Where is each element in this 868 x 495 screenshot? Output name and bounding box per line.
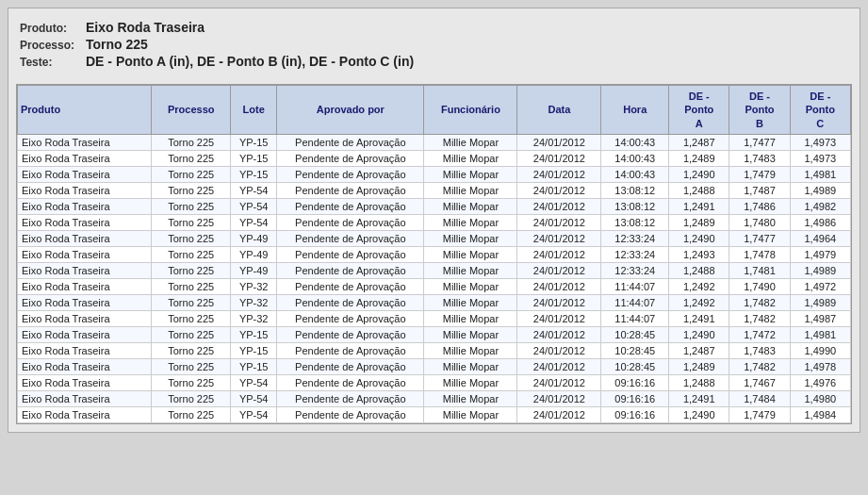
- header-row-processo: Processo: Torno 225: [20, 37, 848, 52]
- table-row: Eixo Roda TraseiraTorno 225YP-32Pendente…: [18, 310, 851, 326]
- cell-lote: YP-15: [231, 166, 277, 182]
- cell-de_b: 1,7479: [729, 166, 790, 182]
- cell-hora: 13:08:12: [601, 182, 669, 198]
- cell-de_a: 1,2493: [669, 246, 729, 262]
- th-de-a: DE -PontoA: [669, 86, 729, 135]
- produto-value: Eixo Roda Traseira: [86, 20, 205, 35]
- cell-funcionario: Millie Mopar: [424, 246, 517, 262]
- cell-produto: Eixo Roda Traseira: [18, 246, 152, 262]
- cell-aprovado: Pendente de Aprovação: [277, 374, 424, 390]
- cell-de_c: 1,4989: [790, 294, 850, 310]
- cell-aprovado: Pendente de Aprovação: [277, 150, 424, 166]
- cell-produto: Eixo Roda Traseira: [18, 214, 152, 230]
- cell-produto: Eixo Roda Traseira: [18, 230, 152, 246]
- cell-aprovado: Pendente de Aprovação: [277, 214, 424, 230]
- cell-de_a: 1,2488: [669, 182, 729, 198]
- cell-data: 24/01/2012: [517, 150, 601, 166]
- cell-aprovado: Pendente de Aprovação: [277, 310, 424, 326]
- cell-de_c: 1,4973: [790, 134, 850, 150]
- cell-hora: 14:00:43: [601, 150, 669, 166]
- cell-hora: 11:44:07: [601, 310, 669, 326]
- table-row: Eixo Roda TraseiraTorno 225YP-49Pendente…: [18, 262, 851, 278]
- cell-funcionario: Millie Mopar: [424, 358, 517, 374]
- table-wrapper: Produto Processo Lote Aprovado por Funci…: [16, 84, 852, 424]
- cell-lote: YP-54: [231, 214, 277, 230]
- teste-label: Teste:: [20, 56, 86, 69]
- page-container: Produto: Eixo Roda Traseira Processo: To…: [8, 8, 860, 433]
- cell-de_a: 1,2488: [669, 262, 729, 278]
- cell-de_c: 1,4980: [790, 390, 850, 406]
- cell-de_b: 1,7484: [729, 390, 790, 406]
- cell-funcionario: Millie Mopar: [424, 374, 517, 390]
- cell-funcionario: Millie Mopar: [424, 406, 517, 422]
- cell-de_a: 1,2489: [669, 358, 729, 374]
- cell-aprovado: Pendente de Aprovação: [277, 246, 424, 262]
- cell-de_a: 1,2489: [669, 150, 729, 166]
- cell-de_b: 1,7490: [729, 278, 790, 294]
- cell-de_b: 1,7482: [729, 294, 790, 310]
- cell-hora: 11:44:07: [601, 294, 669, 310]
- cell-aprovado: Pendente de Aprovação: [277, 278, 424, 294]
- cell-funcionario: Millie Mopar: [424, 134, 517, 150]
- cell-lote: YP-54: [231, 182, 277, 198]
- cell-aprovado: Pendente de Aprovação: [277, 134, 424, 150]
- cell-de_b: 1,7478: [729, 246, 790, 262]
- table-row: Eixo Roda TraseiraTorno 225YP-15Pendente…: [18, 166, 851, 182]
- cell-processo: Torno 225: [152, 166, 231, 182]
- cell-de_a: 1,2488: [669, 374, 729, 390]
- cell-produto: Eixo Roda Traseira: [18, 358, 152, 374]
- cell-data: 24/01/2012: [517, 214, 601, 230]
- cell-processo: Torno 225: [152, 358, 231, 374]
- cell-data: 24/01/2012: [517, 262, 601, 278]
- cell-funcionario: Millie Mopar: [424, 198, 517, 214]
- header-section: Produto: Eixo Roda Traseira Processo: To…: [16, 16, 852, 74]
- cell-aprovado: Pendente de Aprovação: [277, 182, 424, 198]
- cell-lote: YP-54: [231, 390, 277, 406]
- cell-produto: Eixo Roda Traseira: [18, 294, 152, 310]
- cell-processo: Torno 225: [152, 310, 231, 326]
- cell-de_a: 1,2492: [669, 278, 729, 294]
- cell-hora: 12:33:24: [601, 246, 669, 262]
- cell-processo: Torno 225: [152, 342, 231, 358]
- cell-produto: Eixo Roda Traseira: [18, 326, 152, 342]
- cell-de_b: 1,7482: [729, 310, 790, 326]
- cell-lote: YP-54: [231, 198, 277, 214]
- cell-de_c: 1,4979: [790, 246, 850, 262]
- cell-de_c: 1,4981: [790, 166, 850, 182]
- cell-de_a: 1,2489: [669, 214, 729, 230]
- cell-de_b: 1,7483: [729, 150, 790, 166]
- cell-data: 24/01/2012: [517, 278, 601, 294]
- th-funcionario: Funcionário: [424, 86, 517, 135]
- cell-funcionario: Millie Mopar: [424, 166, 517, 182]
- cell-processo: Torno 225: [152, 150, 231, 166]
- cell-de_c: 1,4982: [790, 198, 850, 214]
- cell-data: 24/01/2012: [517, 134, 601, 150]
- cell-aprovado: Pendente de Aprovação: [277, 390, 424, 406]
- table-body: Eixo Roda TraseiraTorno 225YP-15Pendente…: [18, 134, 851, 422]
- cell-hora: 09:16:16: [601, 374, 669, 390]
- table-row: Eixo Roda TraseiraTorno 225YP-15Pendente…: [18, 358, 851, 374]
- th-de-b: DE -PontoB: [729, 86, 790, 135]
- cell-funcionario: Millie Mopar: [424, 342, 517, 358]
- cell-de_b: 1,7486: [729, 198, 790, 214]
- cell-processo: Torno 225: [152, 278, 231, 294]
- table-row: Eixo Roda TraseiraTorno 225YP-32Pendente…: [18, 278, 851, 294]
- table-row: Eixo Roda TraseiraTorno 225YP-15Pendente…: [18, 326, 851, 342]
- cell-lote: YP-15: [231, 134, 277, 150]
- processo-label: Processo:: [20, 39, 86, 52]
- cell-hora: 10:28:45: [601, 326, 669, 342]
- cell-processo: Torno 225: [152, 390, 231, 406]
- cell-hora: 14:00:43: [601, 134, 669, 150]
- cell-data: 24/01/2012: [517, 198, 601, 214]
- cell-data: 24/01/2012: [517, 182, 601, 198]
- cell-de_c: 1,4976: [790, 374, 850, 390]
- cell-de_c: 1,4981: [790, 326, 850, 342]
- cell-data: 24/01/2012: [517, 166, 601, 182]
- cell-de_a: 1,2490: [669, 230, 729, 246]
- cell-aprovado: Pendente de Aprovação: [277, 294, 424, 310]
- table-header-row: Produto Processo Lote Aprovado por Funci…: [18, 86, 851, 135]
- th-produto: Produto: [18, 86, 152, 135]
- cell-produto: Eixo Roda Traseira: [18, 278, 152, 294]
- table-row: Eixo Roda TraseiraTorno 225YP-54Pendente…: [18, 390, 851, 406]
- cell-produto: Eixo Roda Traseira: [18, 374, 152, 390]
